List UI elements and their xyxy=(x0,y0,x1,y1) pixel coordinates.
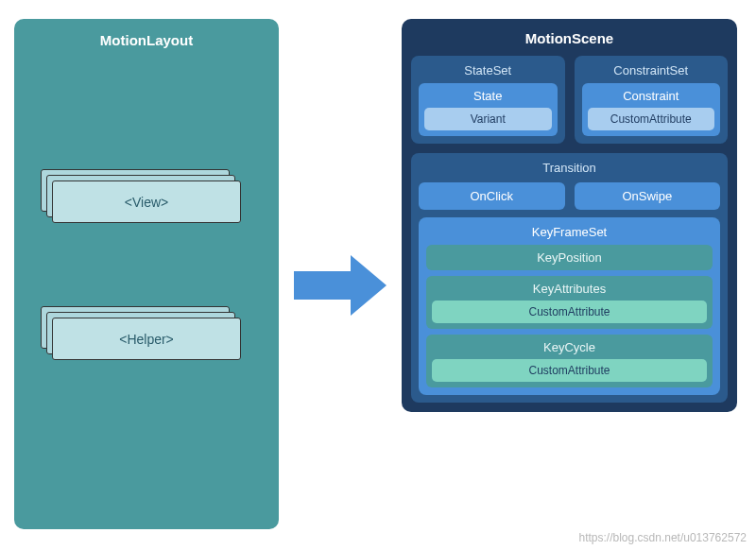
helper-stack: <Helper> xyxy=(52,318,241,370)
transition-title: Transition xyxy=(419,161,720,175)
stateset-title: StateSet xyxy=(419,63,558,77)
view-label: <View> xyxy=(125,195,168,210)
view-stack: <View> xyxy=(52,180,241,232)
helper-card-front: <Helper> xyxy=(52,318,241,360)
onclick-box: OnClick xyxy=(419,182,565,210)
keyattributes-box: KeyAttributes CustomAttribute xyxy=(426,276,713,329)
motionscene-panel: MotionScene StateSet State Variant Const… xyxy=(402,19,737,412)
state-box: State Variant xyxy=(419,83,558,136)
constraintset-box: ConstraintSet Constraint CustomAttribute xyxy=(575,56,729,144)
keyframeset-box: KeyFrameSet KeyPosition KeyAttributes Cu… xyxy=(419,217,720,395)
keycycle-customattr-chip: CustomAttribute xyxy=(432,359,707,382)
constraint-customattr-chip: CustomAttribute xyxy=(588,108,715,130)
motionlayout-panel: MotionLayout <View> <Helper> xyxy=(14,19,279,529)
keyposition-box: KeyPosition xyxy=(426,245,713,270)
keycycle-label: KeyCycle xyxy=(543,340,595,354)
top-row: StateSet State Variant ConstraintSet Con… xyxy=(411,56,728,144)
onswipe-box: OnSwipe xyxy=(575,182,721,210)
helper-label: <Helper> xyxy=(119,332,174,347)
constraint-box: Constraint CustomAttribute xyxy=(582,83,721,136)
keyattributes-label: KeyAttributes xyxy=(533,282,606,296)
view-card-front: <View> xyxy=(52,180,241,223)
motionscene-title: MotionScene xyxy=(411,30,728,46)
keyposition-label: KeyPosition xyxy=(537,250,602,265)
transition-box: Transition OnClick OnSwipe KeyFrameSet K… xyxy=(411,153,728,403)
stateset-box: StateSet State Variant xyxy=(411,56,565,144)
variant-chip: Variant xyxy=(424,108,552,130)
arrow-icon xyxy=(294,255,387,316)
watermark-text: https://blog.csdn.net/u013762572 xyxy=(579,531,747,544)
keyframeset-title: KeyFrameSet xyxy=(426,225,713,239)
event-row: OnClick OnSwipe xyxy=(419,182,720,210)
constraintset-title: ConstraintSet xyxy=(582,63,721,77)
arrow-container xyxy=(279,19,402,316)
constraint-title: Constraint xyxy=(588,89,715,103)
keyattributes-customattr-chip: CustomAttribute xyxy=(432,301,707,323)
state-title: State xyxy=(424,89,552,103)
keycycle-box: KeyCycle CustomAttribute xyxy=(426,335,713,387)
motionlayout-title: MotionLayout xyxy=(27,32,266,48)
